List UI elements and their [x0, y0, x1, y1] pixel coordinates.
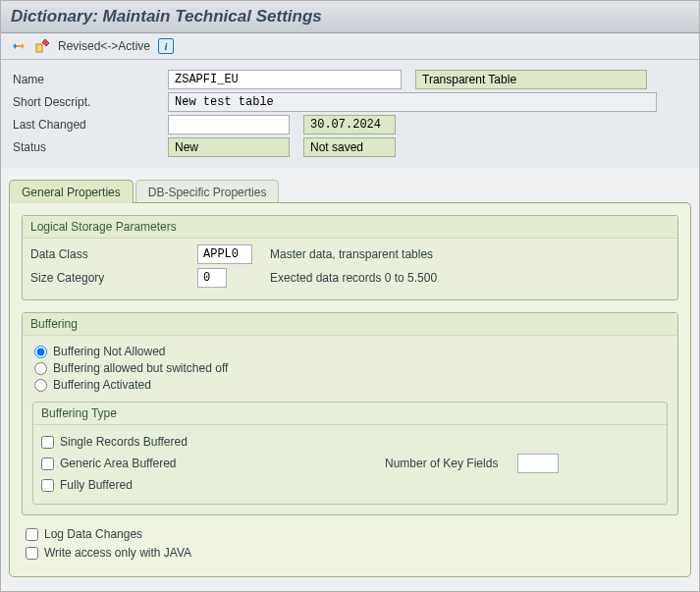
radio-buffering-activated[interactable]: Buffering Activated	[34, 378, 670, 392]
check-log-data-changes[interactable]: Log Data Changes	[26, 527, 674, 541]
radio-buffering-activated-input[interactable]	[34, 379, 47, 392]
title-bar: Dictionary: Maintain Technical Settings	[1, 1, 699, 33]
short-description-input[interactable]	[168, 92, 657, 112]
lastchanged-date-display	[303, 115, 396, 135]
page-title: Dictionary: Maintain Technical Settings	[11, 7, 689, 27]
radio-label-activated: Buffering Activated	[53, 378, 151, 392]
subgroup-title-buffering-type: Buffering Type	[33, 403, 667, 425]
check-fully-buffered-input[interactable]	[41, 479, 54, 492]
check-write-access-java[interactable]: Write access only with JAVA	[26, 546, 674, 560]
radio-buffering-not-allowed-input[interactable]	[34, 346, 47, 358]
name-label: Name	[11, 73, 168, 86]
toolbar: Revised<->Active i	[1, 33, 699, 60]
check-generic-area[interactable]: Generic Area Buffered	[41, 457, 208, 470]
radio-label-switched-off: Buffering allowed but switched off	[53, 361, 228, 375]
dataclass-row: Data Class Master data, transparent tabl…	[30, 244, 670, 264]
check-generic-area-input[interactable]	[41, 457, 54, 470]
activate-icon[interactable]	[34, 38, 50, 54]
check-label-log: Log Data Changes	[44, 527, 142, 541]
radio-buffering-switched-off[interactable]: Buffering allowed but switched off	[34, 361, 670, 375]
check-single-records-input[interactable]	[41, 436, 54, 449]
sizecat-desc: Exected data records 0 to 5.500	[270, 271, 437, 285]
name-input[interactable]	[168, 70, 402, 89]
check-java-input[interactable]	[26, 547, 38, 560]
table-type-display	[415, 70, 647, 89]
check-log-input[interactable]	[26, 528, 38, 541]
check-label-fully: Fully Buffered	[60, 478, 133, 492]
dataclass-label: Data Class	[30, 247, 197, 261]
check-label-java: Write access only with JAVA	[44, 546, 191, 560]
sizecat-row: Size Category Exected data records 0 to …	[30, 268, 670, 288]
check-fully-buffered[interactable]: Fully Buffered	[41, 478, 659, 492]
lastchg-row: Last Changed	[11, 115, 689, 135]
check-label-single: Single Records Buffered	[60, 435, 188, 449]
svg-rect-0	[36, 44, 42, 52]
dataclass-input[interactable]	[197, 244, 252, 264]
status-value-1	[168, 137, 290, 157]
bottom-options: Log Data Changes Write access only with …	[22, 527, 678, 560]
tab-row: General Properties DB-Specific Propertie…	[9, 180, 691, 203]
lastchg-label: Last Changed	[11, 118, 168, 132]
header-fields: Name Short Descript. Last Changed Status	[1, 60, 699, 168]
group-buffering: Buffering Buffering Not Allowed Bufferin…	[22, 312, 678, 515]
sizecat-input[interactable]	[197, 268, 227, 288]
sap-screen: Dictionary: Maintain Technical Settings …	[0, 0, 700, 592]
status-value-2	[303, 137, 396, 157]
tab-body-general: Logical Storage Parameters Data Class Ma…	[9, 202, 691, 577]
revised-active-label: Revised<->Active	[58, 39, 150, 53]
group-title-buffering: Buffering	[23, 313, 677, 336]
tab-strip: General Properties DB-Specific Propertie…	[9, 180, 691, 578]
navigation-arrow-icon[interactable]	[11, 38, 27, 54]
radio-buffering-not-allowed[interactable]: Buffering Not Allowed	[34, 345, 670, 358]
tab-general-properties[interactable]: General Properties	[9, 180, 134, 203]
status-label: Status	[11, 140, 168, 154]
check-label-generic: Generic Area Buffered	[60, 457, 177, 470]
status-row: Status	[11, 137, 689, 157]
num-key-fields-input[interactable]	[517, 454, 559, 473]
name-row: Name	[11, 70, 689, 89]
shortd-label: Short Descript.	[11, 95, 168, 109]
check-single-records[interactable]: Single Records Buffered	[41, 435, 659, 449]
group-title-storage: Logical Storage Parameters	[23, 216, 677, 239]
group-logical-storage: Logical Storage Parameters Data Class Ma…	[22, 215, 678, 300]
lastchanged-user-input	[168, 115, 290, 135]
num-key-fields-label: Number of Key Fields	[385, 457, 498, 470]
radio-buffering-switched-off-input[interactable]	[34, 362, 47, 375]
dataclass-desc: Master data, transparent tables	[270, 247, 433, 261]
tab-db-specific-properties[interactable]: DB-Specific Properties	[135, 180, 280, 203]
shortd-row: Short Descript.	[11, 92, 689, 112]
subgroup-buffering-type: Buffering Type Single Records Buffered G…	[32, 402, 668, 505]
sizecat-label: Size Category	[30, 271, 197, 285]
radio-label-not-allowed: Buffering Not Allowed	[53, 345, 166, 358]
info-icon[interactable]: i	[158, 38, 174, 54]
